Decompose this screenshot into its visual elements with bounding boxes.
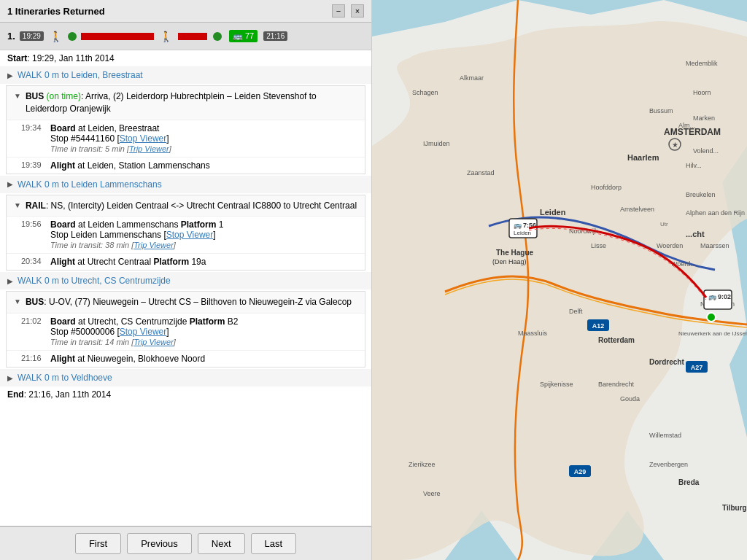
svg-text:Dordrecht: Dordrecht — [649, 358, 684, 366]
bus-icon: 🚌 77 — [229, 30, 258, 42]
rail-leg: ▼ RAIL: NS, (Intercity) Leiden Centraal … — [6, 195, 365, 271]
rail-board: 19:56 Board at Leiden Lammenschans Platf… — [7, 216, 365, 253]
start-time-badge: 19:29 — [20, 31, 44, 41]
bus-leg-1-header[interactable]: ▼ BUS (on time): Arriva, (2) Leiderdorp … — [7, 86, 365, 120]
bus1-label: BUS (on time): Arriva, (2) Leiderdorp Hu… — [26, 90, 357, 115]
walk-leg-3[interactable]: ▶ WALK 0 m to Utrecht, CS Centrumzijde — [0, 272, 371, 289]
itinerary-number: 1. — [7, 31, 15, 42]
svg-text:Woerden: Woerden — [657, 242, 683, 249]
walk-leg-2[interactable]: ▶ WALK 0 m to Leiden Lammenschans — [0, 176, 371, 193]
walk-leg-4[interactable]: ▶ WALK 0 m to Veldhoeve — [0, 369, 371, 386]
svg-text:Medemblik: Medemblik — [686, 60, 718, 67]
end-value: 21:16, Jan 11th 2014 — [28, 389, 111, 400]
bus2-stop-viewer[interactable]: Stop Viewer — [120, 327, 166, 337]
walk2-toggle-icon: ▶ — [7, 180, 13, 188]
svg-text:Hilv...: Hilv... — [686, 162, 702, 169]
svg-text:Rotterdam: Rotterdam — [598, 336, 635, 344]
bus-leg-2-header[interactable]: ▼ BUS: U-OV, (77) Nieuwegein – Utrecht C… — [7, 292, 365, 313]
close-button[interactable]: × — [351, 4, 364, 18]
svg-text:Breukelen: Breukelen — [686, 191, 716, 198]
rail-toggle-icon: ▼ — [14, 201, 21, 209]
bus1-details: 19:34 Board at Leiden, Breestraat Stop #… — [7, 120, 365, 174]
svg-text:Maarssen: Maarssen — [700, 242, 729, 249]
walk1-toggle-icon: ▶ — [7, 71, 13, 79]
first-button[interactable]: First — [75, 533, 121, 554]
rail-leg-header[interactable]: ▼ RAIL: NS, (Intercity) Leiden Centraal … — [7, 195, 365, 217]
start-row: Start: 19:29, Jan 11th 2014 — [7, 53, 364, 63]
bus1-alight-time: 19:39 — [21, 160, 50, 171]
svg-text:🚌: 🚌 — [708, 292, 717, 301]
bus1-alight-content: Alight at Leiden, Station Lammenschans — [50, 160, 357, 171]
svg-text:Marken: Marken — [693, 114, 715, 122]
rail-details: 19:56 Board at Leiden Lammenschans Platf… — [7, 216, 365, 270]
svg-text:🚌: 🚌 — [514, 221, 522, 230]
svg-text:...cht: ...cht — [686, 230, 705, 238]
previous-button[interactable]: Previous — [127, 533, 192, 554]
bus2-trip-viewer[interactable]: Trip Viewer — [133, 338, 174, 346]
bus1-board: 19:34 Board at Leiden, Breestraat Stop #… — [7, 120, 365, 157]
bus-bar-1 — [81, 33, 154, 40]
walk4-label: WALK 0 m to Veldhoeve — [18, 373, 112, 383]
svg-text:Leiden: Leiden — [540, 208, 566, 217]
svg-text:9:02: 9:02 — [718, 293, 731, 300]
end-label: End — [7, 389, 24, 400]
walk3-toggle-icon: ▶ — [7, 277, 13, 285]
bus1-alight: 19:39 Alight at Leiden, Station Lammensc… — [7, 157, 365, 174]
svg-text:Veere: Veere — [423, 490, 441, 497]
svg-text:(Den Haag): (Den Haag) — [492, 258, 527, 265]
walk-leg-1[interactable]: ▶ WALK 0 m to Leiden, Breestraat — [0, 66, 371, 84]
bus2-label: BUS: U-OV, (77) Nieuwegein – Utrecht CS … — [26, 296, 352, 308]
svg-text:Utr: Utr — [660, 221, 668, 228]
walk-mid-icon: 🚶 — [160, 31, 172, 42]
map-area[interactable]: Leiden The Hague (Den Haag) ...cht Utr H… — [372, 0, 747, 560]
walk4-toggle-icon: ▶ — [7, 374, 13, 382]
svg-text:A27: A27 — [691, 364, 703, 371]
minimize-button[interactable]: − — [332, 4, 345, 18]
rail-alight-time: 20:34 — [21, 257, 50, 267]
end-dot — [213, 32, 222, 41]
bus2-details: 21:02 Board at Utrecht, CS Centrumzijde … — [7, 313, 365, 367]
svg-text:A12: A12 — [592, 322, 605, 330]
rail-trip-viewer[interactable]: Trip Viewer — [133, 241, 174, 249]
bus2-board: 21:02 Board at Utrecht, CS Centrumzijde … — [7, 313, 365, 350]
bus2-alight: 21:16 Alight at Nieuwegein, Blokhoeve No… — [7, 350, 365, 367]
svg-text:Volend...: Volend... — [693, 147, 719, 155]
bus1-board-time: 19:34 — [21, 123, 50, 154]
svg-text:Alm...: Alm... — [678, 122, 695, 129]
svg-text:Leiden: Leiden — [514, 230, 531, 236]
next-button[interactable]: Next — [198, 533, 245, 554]
svg-text:Spijkenisse: Spijkenisse — [540, 381, 573, 388]
svg-text:Haarlem: Haarlem — [627, 153, 659, 162]
panel-title: 1 Itineraries Returned — [7, 6, 105, 17]
bus-leg-1: ▼ BUS (on time): Arriva, (2) Leiderdorp … — [6, 85, 365, 174]
svg-text:Hoorn: Hoorn — [693, 89, 711, 96]
start-label: Start — [7, 53, 27, 63]
bus2-board-content: Board at Utrecht, CS Centrumzijde Platfo… — [50, 316, 357, 347]
svg-text:A29: A29 — [574, 468, 587, 475]
svg-text:Amstelveen: Amstelveen — [620, 206, 654, 213]
rail-board-time: 19:56 — [21, 219, 50, 250]
rail-stop-viewer[interactable]: Stop Viewer — [166, 230, 213, 240]
rail-alight: 20:34 Alight at Utrecht Centraal Platfor… — [7, 253, 365, 270]
bus1-board-content: Board at Leiden, Breestraat Stop #544411… — [50, 123, 357, 154]
rail-label: RAIL: NS, (Intercity) Leiden Centraal <-… — [26, 200, 357, 212]
bus1-trip-viewer[interactable]: Trip Viewer — [129, 144, 169, 153]
bus1-stop-viewer[interactable]: Stop Viewer — [120, 133, 166, 144]
svg-text:Zierikzee: Zierikzee — [409, 461, 436, 468]
svg-text:Delft: Delft — [569, 308, 583, 315]
rail-alight-content: Alight at Utrecht Centraal Platform 19a — [50, 257, 357, 267]
start-value: 19:29, Jan 11th 2014 — [32, 53, 115, 63]
svg-point-59 — [707, 313, 716, 322]
walk3-label: WALK 0 m to Utrecht, CS Centrumzijde — [18, 276, 171, 286]
bus2-board-time: 21:02 — [21, 316, 50, 347]
end-row: End: 21:16, Jan 11th 2014 — [0, 386, 371, 404]
rail-board-content: Board at Leiden Lammenschans Platform 1 … — [50, 219, 357, 250]
end-time-badge: 21:16 — [263, 31, 287, 41]
svg-text:Nieuwerkerk aan de IJssel: Nieuwerkerk aan de IJssel — [678, 330, 747, 337]
svg-text:Zaanstad: Zaanstad — [467, 169, 495, 176]
last-button[interactable]: Last — [251, 533, 297, 554]
walk1-label: WALK 0 m to Leiden, Breestraat — [18, 70, 143, 80]
svg-text:Schagen: Schagen — [412, 89, 438, 96]
walk2-label: WALK 0 m to Leiden Lammenschans — [18, 179, 162, 190]
map-svg: Leiden The Hague (Den Haag) ...cht Utr H… — [372, 0, 747, 560]
